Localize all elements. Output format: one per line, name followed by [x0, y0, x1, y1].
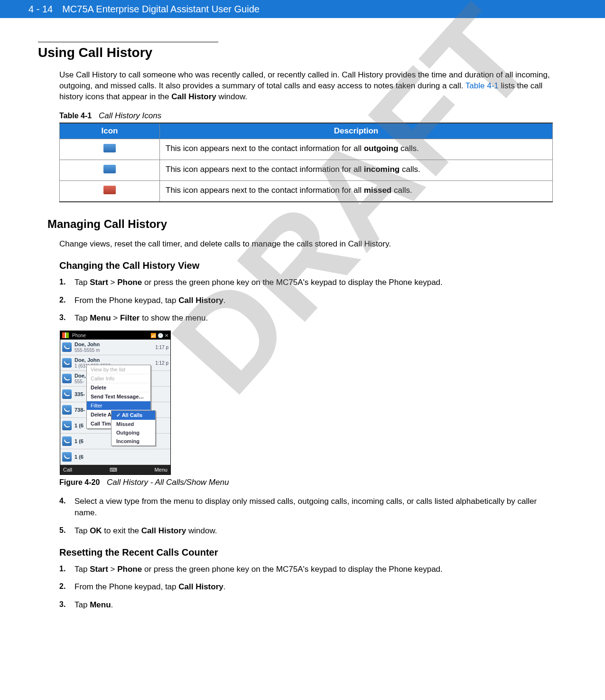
- call-icon: [62, 358, 72, 368]
- call-icon: [62, 421, 72, 430]
- call-icon: [62, 389, 72, 399]
- step: Tap Start > Phone or press the green pho…: [59, 277, 553, 288]
- managing-title: Managing Call History: [47, 218, 553, 231]
- call-icon: [62, 436, 72, 446]
- figure-caption: Figure 4-20 Call History - All Calls/Sho…: [59, 478, 553, 487]
- figure-screenshot: Phone 📶 🕐 ✕ Doe, John555-5555 m1:17 p Do…: [60, 331, 553, 475]
- table-row: This icon appears next to the contact in…: [60, 160, 553, 180]
- missed-call-icon: [103, 186, 116, 194]
- submenu-all-calls: All Calls: [112, 411, 155, 420]
- page-header: 4 - 14 MC75A Enterprise Digital Assistan…: [0, 0, 605, 18]
- step: Tap Menu.: [59, 599, 553, 611]
- section-intro: Use Call History to call someone who was…: [59, 70, 553, 103]
- menu-filter: Filter: [87, 401, 150, 410]
- filter-submenu: All Calls Missed Outgoing Incoming: [111, 410, 156, 446]
- call-icon: [62, 405, 72, 415]
- call-history-icons-table: Icon Description This icon appears next …: [59, 123, 553, 202]
- section-title: Using Call History: [38, 45, 553, 60]
- windows-logo-icon: [62, 332, 69, 338]
- figure-caption-text: Call History - All Calls/Show Menu: [107, 478, 229, 487]
- changing-view-steps: Tap Start > Phone or press the green pho…: [59, 277, 553, 324]
- table-caption-text: Call History Icons: [99, 111, 161, 120]
- changing-view-steps-cont: Select a view type from the menu to disp…: [59, 496, 553, 536]
- resetting-title: Resetting the Recent Calls Counter: [59, 547, 553, 558]
- softkey-call: Call: [63, 467, 72, 473]
- call-icon: [62, 374, 72, 383]
- table-ref-link[interactable]: Table 4-1: [465, 81, 499, 90]
- figure-label: Figure 4-20: [59, 478, 100, 486]
- call-icon: [62, 452, 72, 462]
- table-label: Table 4-1: [59, 112, 92, 120]
- managing-intro: Change views, reset the call timer, and …: [59, 239, 553, 250]
- table-header-icon: Icon: [60, 123, 160, 139]
- table-row: This icon appears next to the contact in…: [60, 139, 553, 160]
- call-history-row: Doe, John555-5555 m1:17 p: [60, 340, 170, 355]
- table-row: This icon appears next to the contact in…: [60, 180, 553, 202]
- page-number: 4 - 14: [28, 4, 53, 15]
- call-icon: [62, 342, 72, 352]
- incoming-call-icon: [103, 165, 116, 173]
- step: From the Phone keypad, tap Call History.: [59, 581, 553, 593]
- resetting-steps: Tap Start > Phone or press the green pho…: [59, 564, 553, 611]
- table-caption: Table 4-1 Call History Icons: [59, 111, 553, 121]
- section-divider: [38, 42, 218, 42]
- step: Tap Menu > Filter to show the menu.: [59, 312, 553, 324]
- call-history-row: 1 (6: [60, 449, 170, 465]
- step: Select a view type from the menu to disp…: [59, 496, 553, 519]
- outgoing-call-icon: [103, 144, 116, 152]
- guide-title: MC75A Enterprise Digital Assistant User …: [62, 4, 260, 15]
- step: Tap OK to exit the Call History window.: [59, 525, 553, 537]
- softkey-menu: Menu: [154, 467, 168, 473]
- changing-view-title: Changing the Call History View: [59, 260, 553, 271]
- device-statusbar: Phone 📶 🕐 ✕: [60, 331, 170, 340]
- device-softkeys: Call ⌨ Menu: [60, 465, 170, 474]
- step: From the Phone keypad, tap Call History.: [59, 295, 553, 306]
- step: Tap Start > Phone or press the green pho…: [59, 564, 553, 575]
- page-content: Using Call History Use Call History to c…: [0, 42, 605, 636]
- table-header-description: Description: [160, 123, 553, 139]
